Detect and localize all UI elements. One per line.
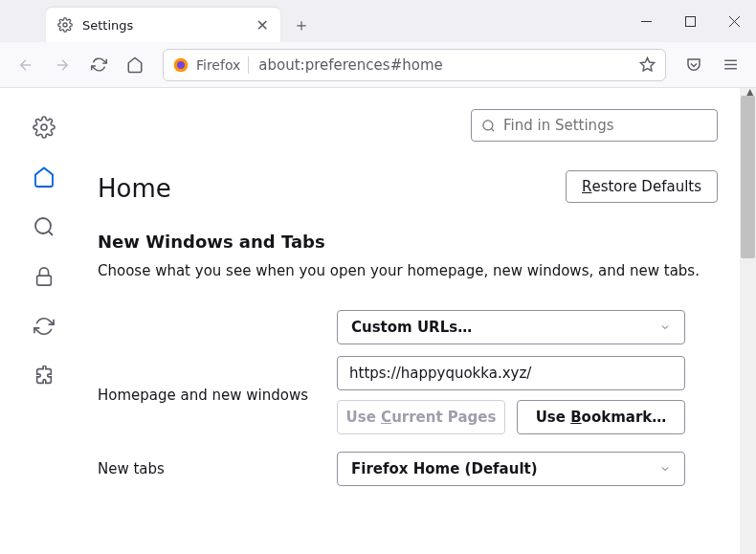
section-description: Choose what you see when you open your h… (98, 261, 718, 281)
home-button[interactable] (119, 49, 151, 81)
sidebar-item-privacy[interactable] (30, 262, 58, 291)
newtabs-label: New tabs (98, 460, 337, 477)
gear-icon (57, 17, 73, 33)
sidebar-item-general[interactable] (30, 113, 58, 142)
find-in-settings[interactable]: Find in Settings (471, 109, 718, 142)
page-title: Home (98, 174, 171, 203)
chevron-down-icon (659, 463, 671, 475)
pocket-button[interactable] (678, 49, 710, 81)
browser-tab[interactable]: Settings ✕ (46, 8, 280, 42)
svg-line-16 (491, 128, 494, 131)
svg-point-0 (63, 23, 67, 27)
minimize-button[interactable] (624, 0, 668, 42)
identity-label: Firefox (196, 57, 240, 73)
sidebar-item-search[interactable] (30, 212, 58, 241)
settings-sidebar (0, 88, 88, 554)
sidebar-item-extensions[interactable] (30, 362, 58, 390)
new-tab-button[interactable]: ＋ (286, 10, 317, 40)
search-icon (481, 119, 496, 133)
svg-point-6 (177, 61, 185, 69)
separator (248, 56, 249, 74)
svg-rect-2 (685, 16, 695, 26)
svg-line-13 (49, 232, 53, 235)
use-current-pages-button[interactable]: Use Current Pages (337, 400, 505, 434)
back-button[interactable] (10, 49, 42, 81)
scrollbar-thumb[interactable] (741, 96, 755, 258)
chevron-down-icon (659, 321, 671, 333)
homepage-url-input[interactable] (337, 356, 685, 390)
title-bar: Settings ✕ ＋ (0, 0, 756, 42)
site-identity: Firefox (173, 56, 249, 74)
app-menu-button[interactable] (714, 49, 746, 81)
svg-marker-7 (640, 57, 654, 70)
restore-defaults-button[interactable]: Restore Defaults (566, 170, 718, 203)
forward-button[interactable] (46, 49, 78, 81)
use-bookmark-button[interactable]: Use Bookmark… (517, 400, 685, 434)
select-value: Custom URLs… (351, 319, 472, 336)
window-controls (624, 0, 756, 42)
svg-point-15 (483, 120, 493, 129)
svg-rect-14 (37, 276, 52, 285)
close-window-button[interactable] (712, 0, 756, 42)
reload-button[interactable] (82, 49, 115, 81)
select-value: Firefox Home (Default) (351, 460, 538, 477)
section-title: New Windows and Tabs (98, 232, 718, 252)
vertical-scrollbar[interactable]: ▲ (740, 88, 756, 554)
content-area: Find in Settings Home Restore Defaults N… (0, 88, 756, 554)
maximize-button[interactable] (668, 0, 712, 42)
newtabs-mode-select[interactable]: Firefox Home (Default) (337, 452, 685, 486)
homepage-mode-select[interactable]: Custom URLs… (337, 310, 685, 344)
navigation-toolbar: Firefox about:preferences#home (0, 42, 756, 88)
search-placeholder: Find in Settings (503, 117, 613, 134)
sidebar-item-sync[interactable] (30, 312, 58, 341)
svg-point-11 (41, 124, 47, 130)
settings-main: Find in Settings Home Restore Defaults N… (88, 88, 756, 554)
bookmark-star-icon[interactable] (639, 56, 656, 73)
homepage-label: Homepage and new windows (98, 387, 337, 404)
tab-title: Settings (82, 18, 133, 33)
firefox-icon (173, 57, 189, 73)
svg-point-12 (35, 218, 51, 233)
sidebar-item-home[interactable] (30, 163, 58, 191)
url-text: about:preferences#home (258, 56, 442, 74)
close-icon[interactable]: ✕ (256, 16, 269, 34)
url-bar[interactable]: Firefox about:preferences#home (163, 49, 666, 81)
